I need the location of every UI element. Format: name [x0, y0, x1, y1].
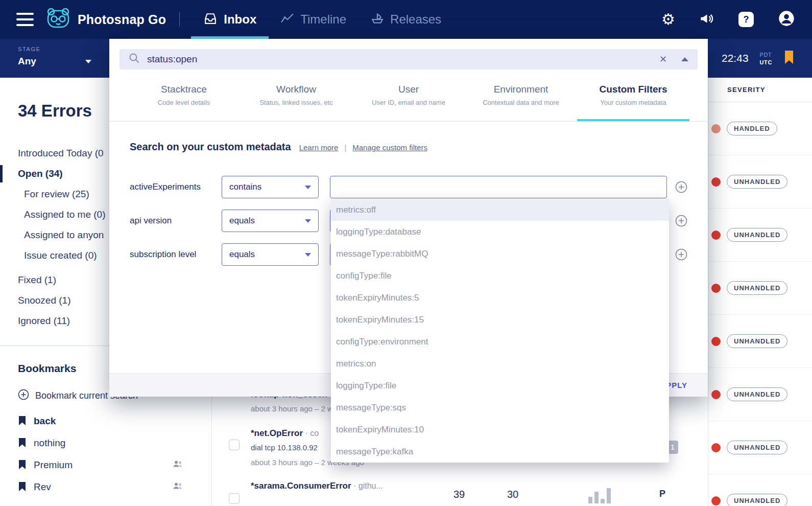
learn-more-link[interactable]: Learn more	[299, 143, 339, 152]
tab-workflow[interactable]: Workflow Status, linked issues, etc	[240, 70, 352, 121]
app-brand: Photosnap Go	[78, 12, 166, 27]
severity-row: UNHANDLED	[708, 474, 812, 506]
status-badge: UNHANDLED	[727, 175, 787, 189]
suggestion-item[interactable]: loggingType:file	[331, 375, 669, 397]
tz-pdt: PDT	[760, 52, 772, 58]
bookmark-item-nothing[interactable]: nothing	[0, 432, 211, 454]
clock: 22:43	[722, 52, 749, 64]
suggestion-item[interactable]: messageType:rabbitMQ	[331, 243, 669, 265]
timeline-icon	[281, 13, 294, 26]
tab-title: User	[352, 84, 465, 95]
status-badge: UNHANDLED	[727, 334, 787, 348]
bookmark-icon	[18, 460, 26, 470]
stage-dropdown[interactable]: STAGE Any	[18, 46, 91, 67]
tab-subtitle: Status, linked issues, etc	[240, 99, 352, 106]
issue-title-row[interactable]: *sarama.ConsumerError · githu...	[251, 481, 383, 491]
bookmark-item-premium[interactable]: Premium	[0, 454, 211, 476]
shared-people-icon	[173, 459, 183, 471]
bookmark-ribbon-icon[interactable]	[783, 50, 795, 66]
suggestion-item[interactable]: messageType:sqs	[331, 397, 669, 419]
issue-title-suffix: co	[310, 429, 319, 438]
add-filter-button[interactable]	[675, 181, 687, 193]
add-filter-button[interactable]	[675, 248, 687, 261]
bookmark-label: back	[34, 416, 56, 427]
megaphone-icon[interactable]	[700, 12, 714, 27]
severity-row: UNHANDLED	[708, 155, 812, 209]
bookmark-icon	[18, 438, 26, 448]
tab-environment[interactable]: Environment Contextual data and more	[465, 70, 577, 121]
manage-custom-filters-link[interactable]: Manage custom filters	[352, 143, 427, 152]
filter-field-label: activeExperiments	[130, 182, 222, 192]
unhandled-status-dot	[711, 390, 721, 399]
top-navigation: Photosnap Go Inbox Timeline Rel	[0, 0, 812, 39]
modal-tabstrip: Stacktrace Code level details Workflow S…	[109, 70, 708, 122]
tab-title: Environment	[465, 84, 577, 95]
suggestion-item[interactable]: configType:file	[331, 265, 669, 287]
account-icon[interactable]	[778, 10, 795, 29]
issue-checkbox[interactable]	[229, 440, 240, 450]
tab-stacktrace[interactable]: Stacktrace Code level details	[128, 70, 240, 121]
circle-plus-icon	[18, 389, 29, 403]
assignee-initial[interactable]: P	[659, 489, 665, 499]
suggestion-item[interactable]: tokenExpiryMinutes:10	[331, 419, 669, 441]
severity-header: SEVERITY	[708, 78, 812, 102]
bookmark-icon	[18, 416, 26, 426]
stage-label: STAGE	[18, 46, 91, 52]
issue-title: *sarama.ConsumerError	[251, 481, 351, 491]
tab-custom-filters[interactable]: Custom Filters Your custom metadata	[577, 70, 689, 121]
chevron-down-icon	[85, 60, 91, 63]
bookmark-item-rev[interactable]: Rev	[0, 476, 211, 498]
filter-value-input[interactable]	[330, 176, 667, 198]
users-count: 30	[507, 489, 518, 500]
tab-user[interactable]: User User ID, email and name	[352, 70, 465, 121]
operator-select[interactable]: contains	[222, 176, 319, 198]
topnav-actions: ⚙ ?	[661, 0, 795, 39]
issue-title-row[interactable]: *net.OpError · co	[251, 428, 319, 439]
severity-column: SEVERITY HANDLED UNHANDLED UNHANDLED UNH…	[708, 78, 812, 506]
tab-title: Custom Filters	[577, 84, 689, 95]
operator-select[interactable]: equals	[222, 210, 319, 232]
suggestion-item[interactable]: messageType:kafka	[331, 441, 669, 463]
metadata-suggestions-dropdown: metrics:off loggingType:database message…	[331, 199, 669, 463]
search-icon	[129, 53, 140, 66]
releases-icon	[371, 12, 384, 27]
suggestion-item[interactable]: tokenExpiryMinutes:15	[331, 309, 669, 331]
nav-tab-releases[interactable]: Releases	[359, 0, 453, 39]
operator-value: equals	[229, 216, 255, 226]
hamburger-menu-button[interactable]	[16, 13, 34, 26]
custom-metadata-heading: Search on your custom metadata	[130, 141, 291, 153]
severity-row: UNHANDLED	[708, 421, 812, 474]
unhandled-status-dot	[711, 443, 721, 452]
issue-detail: dial tcp 10.138.0.92	[251, 443, 318, 452]
help-icon[interactable]: ?	[738, 12, 754, 27]
issue-checkbox[interactable]	[229, 493, 240, 504]
operator-value: contains	[229, 182, 261, 192]
severity-row: HANDLED	[708, 102, 812, 155]
app-logo[interactable]: Photosnap Go	[46, 8, 166, 31]
timezone-toggle[interactable]: PDT UTC	[760, 52, 772, 65]
status-badge: HANDLED	[727, 122, 777, 135]
bookmark-label: nothing	[34, 438, 65, 449]
handled-status-dot	[711, 124, 721, 133]
add-filter-button[interactable]	[675, 215, 687, 227]
operator-select[interactable]: equals	[222, 243, 319, 266]
suggestion-item[interactable]: tokenExpiryMinutes:5	[331, 287, 669, 309]
nav-tab-inbox[interactable]: Inbox	[191, 0, 269, 39]
nav-tab-timeline-label: Timeline	[300, 12, 346, 27]
tab-title: Stacktrace	[128, 84, 240, 95]
status-badge: UNHANDLED	[727, 387, 787, 401]
search-bar[interactable]: status:open ✕	[120, 49, 698, 70]
close-icon[interactable]: ✕	[659, 54, 667, 65]
suggestion-item[interactable]: metrics:on	[331, 353, 669, 375]
settings-gear-icon[interactable]: ⚙	[661, 12, 675, 27]
suggestion-item[interactable]: metrics:off	[331, 199, 669, 221]
bookmark-list: back nothing Premium Rev	[0, 410, 211, 498]
chevron-up-icon[interactable]	[681, 57, 688, 61]
nav-tab-timeline[interactable]: Timeline	[269, 0, 359, 39]
issue-title: *net.OpError	[251, 428, 303, 438]
bookmark-item-back[interactable]: back	[0, 410, 211, 432]
search-query-text[interactable]: status:open	[147, 54, 659, 65]
suggestion-item[interactable]: configType:environment	[331, 331, 669, 353]
bookmark-icon	[18, 482, 26, 492]
suggestion-item[interactable]: loggingType:database	[331, 221, 669, 243]
